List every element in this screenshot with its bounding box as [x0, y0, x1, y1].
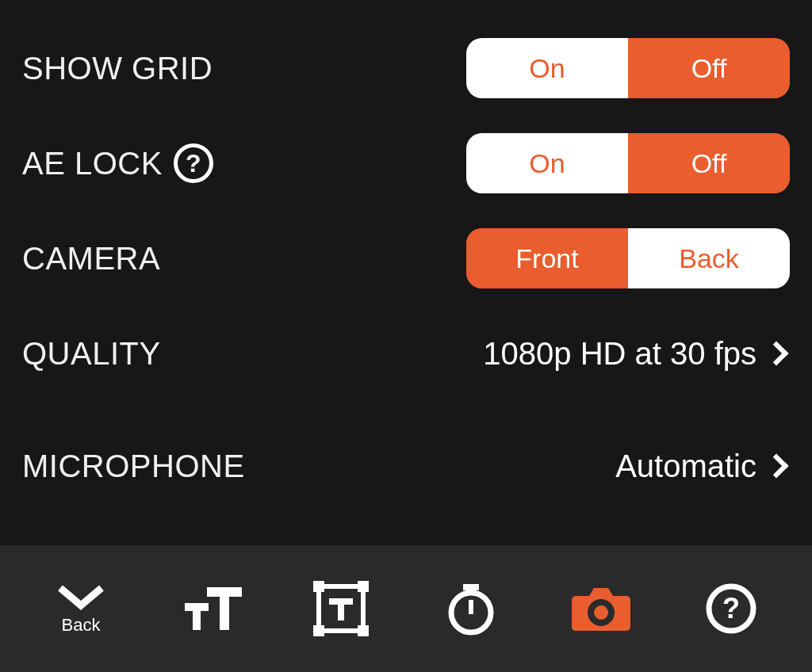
- row-microphone[interactable]: MICROPHONE Automatic: [22, 430, 790, 502]
- settings-panel: SHOW GRID On Off AE LOCK ? On Off CAMERA…: [0, 0, 812, 545]
- ae-lock-label: AE LOCK ?: [22, 143, 213, 183]
- camera-back-button[interactable]: Back: [628, 228, 790, 288]
- quality-value: 1080p HD at 30 fps: [483, 336, 756, 372]
- row-camera: CAMERA Front Back: [22, 222, 790, 295]
- camera-front-button[interactable]: Front: [466, 228, 628, 288]
- back-button[interactable]: Back: [41, 582, 121, 636]
- chevron-right-icon: [764, 453, 788, 478]
- chevron-down-icon: [52, 582, 109, 613]
- svg-rect-3: [193, 603, 201, 630]
- camera-icon: [570, 583, 632, 634]
- ae-lock-on-button[interactable]: On: [466, 133, 628, 193]
- svg-rect-7: [313, 625, 324, 636]
- svg-rect-6: [358, 581, 369, 592]
- help-icon[interactable]: ?: [174, 143, 213, 183]
- timer-icon: [443, 581, 499, 636]
- show-grid-label: SHOW GRID: [22, 51, 213, 86]
- ae-lock-toggle: On Off: [466, 133, 790, 193]
- help-icon: ?: [705, 582, 757, 635]
- camera-label: CAMERA: [22, 241, 160, 277]
- help-button[interactable]: ?: [691, 582, 771, 635]
- svg-rect-11: [469, 587, 473, 595]
- text-frame-icon: [312, 579, 370, 638]
- row-ae-lock: AE LOCK ? On Off: [22, 127, 790, 200]
- ae-lock-off-button[interactable]: Off: [628, 133, 790, 193]
- row-quality[interactable]: QUALITY 1080p HD at 30 fps: [22, 317, 790, 390]
- quality-label: QUALITY: [22, 336, 161, 372]
- microphone-value-link[interactable]: Automatic: [615, 449, 790, 484]
- show-grid-off-button[interactable]: Off: [628, 38, 790, 98]
- svg-rect-12: [469, 600, 473, 614]
- quality-value-link[interactable]: 1080p HD at 30 fps: [483, 336, 790, 372]
- text-size-icon: [180, 584, 242, 633]
- row-show-grid: SHOW GRID On Off: [22, 32, 790, 105]
- chevron-right-icon: [764, 341, 788, 365]
- text-frame-button[interactable]: [301, 579, 381, 638]
- svg-rect-5: [313, 581, 324, 592]
- microphone-label: MICROPHONE: [22, 449, 245, 484]
- svg-rect-1: [220, 587, 229, 630]
- bottom-toolbar: Back: [0, 545, 812, 672]
- back-label: Back: [62, 615, 101, 636]
- svg-text:?: ?: [722, 592, 740, 624]
- microphone-value: Automatic: [615, 449, 756, 484]
- svg-rect-8: [358, 625, 369, 636]
- text-size-button[interactable]: [171, 584, 251, 633]
- timer-button[interactable]: [431, 581, 511, 636]
- show-grid-on-button[interactable]: On: [466, 38, 628, 98]
- camera-toggle: Front Back: [466, 228, 790, 288]
- show-grid-toggle: On Off: [466, 38, 790, 98]
- camera-button[interactable]: [561, 583, 641, 634]
- ae-lock-label-text: AE LOCK: [22, 146, 163, 181]
